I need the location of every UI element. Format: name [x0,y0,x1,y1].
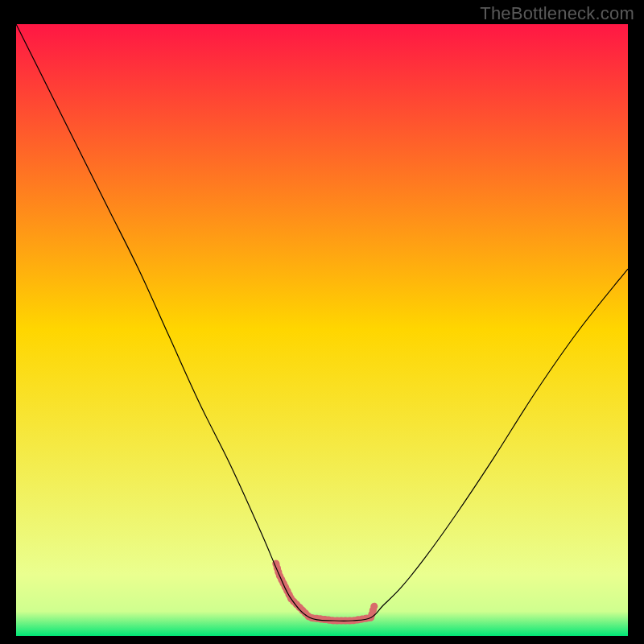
plot-area [16,24,628,636]
gradient-background [16,24,628,636]
chart-stage: TheBottleneck.com [0,0,644,644]
watermark-text: TheBottleneck.com [480,3,634,24]
chart-svg [16,24,628,636]
